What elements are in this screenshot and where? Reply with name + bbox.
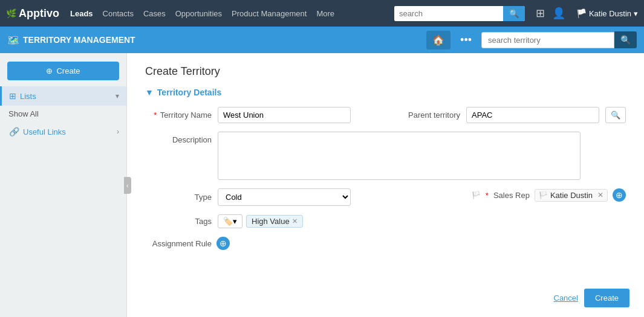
- lists-icon: ⊞: [9, 91, 16, 101]
- form-row-description: Description: [145, 132, 626, 180]
- lists-dropdown-icon: ▾: [115, 92, 119, 100]
- territory-name-label: * Territory Name: [145, 110, 212, 120]
- nav-link-opportunities[interactable]: Opportunities: [175, 9, 222, 18]
- create-button-label: Create: [56, 66, 80, 75]
- sub-nav-title: 🗺️ TERRITORY MANAGEMENT: [7, 34, 135, 46]
- sidebar: ⊕ Create ⊞ Lists ▾ Show All 🔗 Useful Lin…: [0, 53, 127, 317]
- type-group: Type Cold Warm Hot: [145, 188, 454, 206]
- top-search-button[interactable]: 🔍: [503, 6, 525, 21]
- territory-icon: 🗺️: [7, 34, 19, 46]
- tag-remove-icon[interactable]: ✕: [292, 217, 298, 225]
- apps-icon[interactable]: ⊞: [536, 7, 545, 20]
- top-search-bar: 🔍: [394, 6, 525, 21]
- section-title: Territory Details: [157, 88, 221, 97]
- nav-link-contacts[interactable]: Contacts: [103, 9, 134, 18]
- territory-search-button[interactable]: 🔍: [614, 31, 637, 48]
- nav-link-more[interactable]: More: [316, 9, 334, 18]
- territory-form: * Territory Name Parent territory 🔍 Desc…: [145, 107, 626, 250]
- user-menu[interactable]: 🏳️ Katie Dustin ▾: [576, 8, 638, 18]
- form-row-assignment: Assignment Rule ⊕: [145, 237, 626, 250]
- nav-link-cases[interactable]: Cases: [143, 9, 166, 18]
- sub-nav-title-text: TERRITORY MANAGEMENT: [23, 35, 135, 45]
- tags-group: Tags 🏷️▾ High Value ✕: [145, 214, 626, 228]
- assignment-rule-label: Assignment Rule: [145, 239, 212, 248]
- form-row-type-sales: Type Cold Warm Hot 🏳️ * Sales Rep 🏳️ Kat…: [145, 188, 626, 206]
- type-select[interactable]: Cold Warm Hot: [218, 188, 351, 206]
- sub-nav: 🗺️ TERRITORY MANAGEMENT 🏠 ••• 🔍: [0, 27, 644, 53]
- top-search-input[interactable]: [394, 6, 503, 21]
- section-header: ▼ Territory Details: [145, 88, 626, 97]
- logo: 🌿 Apptivo: [6, 7, 59, 20]
- sub-nav-right: 🏠 ••• 🔍: [426, 31, 637, 50]
- user-name: Katie Dustin: [589, 9, 631, 18]
- territory-search-input[interactable]: [481, 32, 614, 48]
- parent-territory-search-button[interactable]: 🔍: [605, 107, 626, 123]
- sidebar-collapse-button[interactable]: ‹: [124, 177, 131, 194]
- user-icon[interactable]: 👤: [552, 7, 565, 20]
- tag-dropdown-icon: 🏷️▾: [223, 217, 237, 226]
- flag-icon: 🏳️: [576, 8, 587, 18]
- top-nav: 🌿 Apptivo Leads Contacts Cases Opportuni…: [0, 0, 644, 27]
- create-territory-button[interactable]: Create: [584, 289, 629, 307]
- sidebar-item-lists[interactable]: ⊞ Lists ▾: [0, 86, 126, 106]
- add-sales-rep-button[interactable]: ⊕: [613, 188, 626, 202]
- rep-remove-icon[interactable]: ✕: [597, 191, 603, 199]
- main-layout: ⊕ Create ⊞ Lists ▾ Show All 🔗 Useful Lin…: [0, 53, 644, 317]
- logo-leaf-icon: 🌿: [6, 8, 16, 18]
- tag-label: High Value: [252, 217, 290, 226]
- page-title: Create Territory: [145, 65, 626, 78]
- link-icon: 🔗: [9, 127, 19, 136]
- sales-rep-flag-icon: 🏳️: [472, 191, 481, 199]
- sales-rep-tag: 🏳️ Katie Dustin ✕: [535, 189, 608, 202]
- footer-buttons: Cancel Create: [554, 289, 630, 307]
- nav-icons: ⊞ 👤: [536, 7, 565, 20]
- create-button[interactable]: ⊕ Create: [7, 62, 119, 80]
- sales-rep-required-star: *: [486, 191, 489, 200]
- sales-rep-name: Katie Dustin: [550, 191, 593, 200]
- parent-territory-input[interactable]: [466, 107, 599, 123]
- tag-high-value: High Value ✕: [246, 215, 303, 228]
- sales-rep-label: Sales Rep: [493, 191, 530, 200]
- parent-territory-group: Parent territory 🔍: [394, 107, 626, 123]
- add-tag-button[interactable]: 🏷️▾: [218, 214, 242, 228]
- parent-territory-label: Parent territory: [394, 110, 460, 120]
- logo-text: Apptivo: [19, 7, 59, 20]
- cancel-button[interactable]: Cancel: [554, 293, 578, 303]
- add-assignment-rule-button[interactable]: ⊕: [216, 237, 230, 250]
- sidebar-lists-label: Lists: [20, 92, 112, 101]
- tags-label: Tags: [145, 217, 212, 226]
- content-area: Create Territory ▼ Territory Details * T…: [127, 53, 644, 317]
- nav-link-leads[interactable]: Leads: [70, 9, 93, 18]
- required-star: *: [154, 110, 157, 120]
- territory-name-input[interactable]: [218, 107, 351, 123]
- tags-container: 🏷️▾ High Value ✕: [218, 214, 303, 228]
- territory-name-group: * Territory Name: [145, 107, 376, 123]
- form-row-tags: Tags 🏷️▾ High Value ✕: [145, 214, 626, 228]
- territory-search-bar: 🔍: [481, 31, 637, 48]
- form-row-names: * Territory Name Parent territory 🔍: [145, 107, 626, 123]
- home-button[interactable]: 🏠: [426, 31, 450, 50]
- description-label: Description: [145, 132, 212, 144]
- sales-rep-group: 🏳️ * Sales Rep 🏳️ Katie Dustin ✕ ⊕: [472, 188, 626, 202]
- assignment-rule-group: Assignment Rule ⊕: [145, 237, 230, 250]
- user-dropdown-icon: ▾: [634, 9, 638, 18]
- sidebar-item-useful-links[interactable]: 🔗 Useful Links ›: [0, 122, 126, 141]
- create-plus-icon: ⊕: [46, 66, 53, 75]
- rep-flag-icon: 🏳️: [539, 191, 548, 199]
- type-label: Type: [145, 193, 212, 202]
- show-all[interactable]: Show All: [0, 106, 126, 122]
- useful-links-label: Useful Links: [23, 127, 113, 136]
- nav-link-product-management[interactable]: Product Management: [232, 9, 307, 18]
- more-options-button[interactable]: •••: [455, 31, 476, 49]
- section-chevron-icon: ▼: [145, 88, 154, 97]
- nav-links: Leads Contacts Cases Opportunities Produ…: [70, 9, 334, 18]
- description-input[interactable]: [218, 132, 581, 180]
- useful-links-expand-icon: ›: [117, 127, 119, 136]
